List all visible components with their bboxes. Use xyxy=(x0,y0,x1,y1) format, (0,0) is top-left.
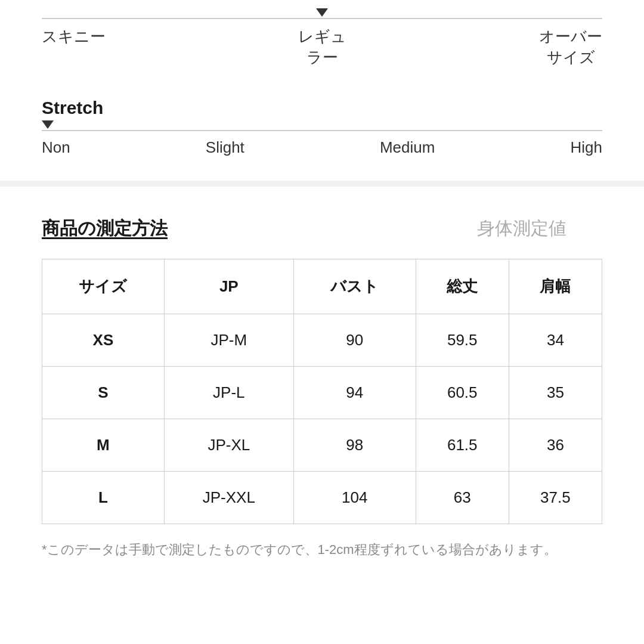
measurement-headers: 商品の測定方法 身体測定値 xyxy=(42,216,602,241)
cell-shoulder: 36 xyxy=(509,419,602,472)
cell-size: XS xyxy=(42,314,165,367)
stretch-label-slight: Slight xyxy=(206,138,244,157)
cell-shoulder: 35 xyxy=(509,367,602,419)
footnote: *このデータは手動で測定したものですので、1-2cm程度ずれている場合があります… xyxy=(42,539,602,560)
cell-shoulder: 37.5 xyxy=(509,472,602,524)
table-row: XSJP-M9059.534 xyxy=(42,314,602,367)
cell-bust: 94 xyxy=(293,367,416,419)
stretch-title: Stretch xyxy=(42,98,602,118)
page-wrapper: スキニー レギュラー オーバーサイズ Stretch Non Slight Me… xyxy=(0,0,644,644)
cell-jp: JP-L xyxy=(164,367,293,419)
col-header-shoulder: 肩幅 xyxy=(509,259,602,314)
table-row: MJP-XL9861.536 xyxy=(42,419,602,472)
col-header-jp: JP xyxy=(164,259,293,314)
table-row: LJP-XXL1046337.5 xyxy=(42,472,602,524)
table-header-row: サイズ JP バスト 総丈 肩幅 xyxy=(42,259,602,314)
fit-labels: スキニー レギュラー オーバーサイズ xyxy=(42,26,602,68)
stretch-section: Stretch Non Slight Medium High xyxy=(0,80,644,157)
fit-scale-container: スキニー レギュラー オーバーサイズ xyxy=(42,18,602,80)
cell-bust: 104 xyxy=(293,472,416,524)
fit-label-regular: レギュラー xyxy=(298,26,346,68)
cell-total-length: 61.5 xyxy=(416,419,509,472)
col-header-bust: バスト xyxy=(293,259,416,314)
cell-bust: 98 xyxy=(293,419,416,472)
fit-label-oversize: オーバーサイズ xyxy=(539,26,602,68)
cell-total-length: 59.5 xyxy=(416,314,509,367)
cell-size: L xyxy=(42,472,165,524)
stretch-indicator xyxy=(42,120,54,129)
col-header-total-length: 総丈 xyxy=(416,259,509,314)
cell-total-length: 63 xyxy=(416,472,509,524)
stretch-label-high: High xyxy=(571,138,602,157)
fit-scale-line xyxy=(42,18,602,19)
cell-jp: JP-M xyxy=(164,314,293,367)
size-table: サイズ JP バスト 総丈 肩幅 XSJP-M9059.534SJP-L9460… xyxy=(42,259,602,524)
cell-total-length: 60.5 xyxy=(416,367,509,419)
table-row: SJP-L9460.535 xyxy=(42,367,602,419)
fit-indicator xyxy=(316,8,328,17)
cell-shoulder: 34 xyxy=(509,314,602,367)
measurement-section: 商品の測定方法 身体測定値 サイズ JP バスト 総丈 肩幅 XSJP-M905… xyxy=(0,187,644,584)
cell-jp: JP-XXL xyxy=(164,472,293,524)
cell-size: M xyxy=(42,419,165,472)
fit-section: スキニー レギュラー オーバーサイズ xyxy=(0,0,644,80)
measurement-header-left: 商品の測定方法 xyxy=(42,216,168,241)
cell-bust: 90 xyxy=(293,314,416,367)
stretch-labels: Non Slight Medium High xyxy=(42,138,602,157)
cell-size: S xyxy=(42,367,165,419)
measurement-header-right: 身体測定値 xyxy=(477,216,566,241)
section-divider xyxy=(0,181,644,187)
stretch-scale-container: Non Slight Medium High xyxy=(42,130,602,157)
stretch-scale-line xyxy=(42,130,602,131)
stretch-label-medium: Medium xyxy=(380,138,435,157)
fit-label-skinny: スキニー xyxy=(42,26,106,68)
col-header-size: サイズ xyxy=(42,259,165,314)
stretch-label-non: Non xyxy=(42,138,70,157)
cell-jp: JP-XL xyxy=(164,419,293,472)
